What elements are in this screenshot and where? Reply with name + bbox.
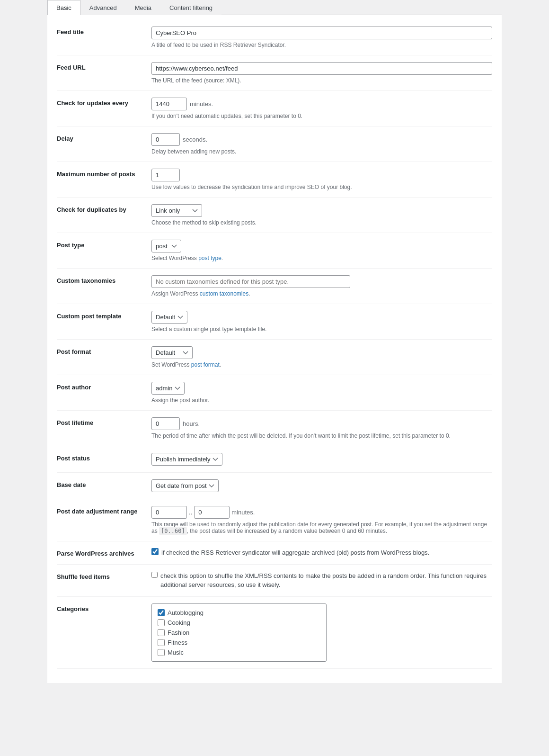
category-music-label[interactable]: Music bbox=[168, 649, 184, 656]
feed-title-input[interactable] bbox=[151, 27, 492, 39]
shuffle-feed-checkbox[interactable] bbox=[151, 571, 158, 578]
custom-post-template-control: Default Select a custom single post type… bbox=[151, 311, 492, 333]
custom-post-template-select[interactable]: Default bbox=[151, 311, 187, 324]
check-duplicates-row: Check for duplicates by Link only Title … bbox=[57, 198, 492, 233]
tab-media[interactable]: Media bbox=[126, 0, 160, 15]
post-format-select[interactable]: Default Standard Aside Gallery Link Imag… bbox=[151, 346, 193, 359]
check-updates-input[interactable] bbox=[151, 98, 187, 110]
post-status-row: Post status Publish immediately Draft Pe… bbox=[57, 446, 492, 473]
delay-unit: seconds. bbox=[183, 136, 207, 143]
post-author-description: Assign the post author. bbox=[151, 397, 492, 404]
post-status-select[interactable]: Publish immediately Draft Pending review… bbox=[151, 453, 222, 466]
category-cooking: Cooking bbox=[158, 618, 320, 628]
post-format-description: Set WordPress post format. bbox=[151, 361, 492, 368]
custom-post-template-description: Select a custom single post type templat… bbox=[151, 326, 492, 333]
post-lifetime-label: Post lifetime bbox=[57, 417, 151, 426]
settings-page: Basic Advanced Media Content filtering F… bbox=[47, 0, 502, 683]
post-lifetime-unit: hours. bbox=[183, 420, 200, 427]
check-updates-unit: minutes. bbox=[190, 100, 213, 108]
feed-url-label: Feed URL bbox=[57, 62, 151, 71]
category-cooking-checkbox[interactable] bbox=[158, 619, 165, 626]
max-posts-label: Maximum number of posts bbox=[57, 169, 151, 178]
feed-title-description: A title of feed to be used in RSS Retrie… bbox=[151, 42, 492, 48]
feed-url-description: The URL of the feed (source: XML). bbox=[151, 77, 492, 84]
post-format-row: Post format Default Standard Aside Galle… bbox=[57, 340, 492, 375]
max-posts-row: Maximum number of posts Use low values t… bbox=[57, 162, 492, 198]
post-lifetime-input[interactable] bbox=[151, 417, 180, 430]
category-autoblogging-checkbox[interactable] bbox=[158, 609, 165, 616]
tab-advanced[interactable]: Advanced bbox=[80, 0, 126, 15]
post-date-range-unit: minutes. bbox=[231, 509, 255, 516]
feed-url-input[interactable] bbox=[151, 62, 492, 75]
category-music-checkbox[interactable] bbox=[158, 649, 165, 656]
max-posts-input[interactable] bbox=[151, 169, 180, 181]
post-date-range-code: [0..60] bbox=[159, 527, 187, 535]
check-duplicates-control: Link only Title only Link and title Disa… bbox=[151, 204, 492, 226]
post-author-row: Post author admin Assign the post author… bbox=[57, 375, 492, 411]
shuffle-feed-row: Shuffle feed items check this option to … bbox=[57, 565, 492, 597]
custom-post-template-row: Custom post template Default Select a cu… bbox=[57, 304, 492, 340]
base-date-select[interactable]: Get date from post Current date bbox=[151, 479, 219, 492]
category-fitness-label[interactable]: Fitness bbox=[168, 639, 187, 646]
post-type-description: Select WordPress post type. bbox=[151, 255, 492, 261]
max-posts-control: Use low values to decrease the syndicati… bbox=[151, 169, 492, 190]
post-date-range-to-input[interactable] bbox=[194, 506, 230, 519]
category-fitness-checkbox[interactable] bbox=[158, 639, 165, 646]
feed-title-row: Feed title A title of feed to be used in… bbox=[57, 20, 492, 55]
category-autoblogging: Autoblogging bbox=[158, 608, 320, 618]
delay-control: seconds. Delay between adding new posts. bbox=[151, 133, 492, 155]
max-posts-description: Use low values to decrease the syndicati… bbox=[151, 184, 492, 190]
check-updates-label: Check for updates every bbox=[57, 98, 151, 107]
check-duplicates-select[interactable]: Link only Title only Link and title Disa… bbox=[151, 204, 202, 217]
custom-taxonomies-input[interactable] bbox=[151, 275, 350, 288]
post-type-link[interactable]: post type bbox=[198, 255, 221, 261]
post-format-link[interactable]: post format bbox=[191, 361, 220, 368]
category-fashion-checkbox[interactable] bbox=[158, 629, 165, 636]
post-type-control: post page Select WordPress post type. bbox=[151, 240, 492, 261]
parse-archives-label: Parse WordPress archives bbox=[57, 548, 151, 557]
base-date-row: Base date Get date from post Current dat… bbox=[57, 473, 492, 499]
post-status-control: Publish immediately Draft Pending review… bbox=[151, 453, 492, 466]
delay-description: Delay between adding new posts. bbox=[151, 148, 492, 155]
base-date-label: Base date bbox=[57, 479, 151, 488]
custom-taxonomies-label: Custom taxonomies bbox=[57, 275, 151, 284]
base-date-control: Get date from post Current date bbox=[151, 479, 492, 492]
categories-label: Categories bbox=[57, 603, 151, 612]
check-updates-control: minutes. If you don't need automatic upd… bbox=[151, 98, 492, 119]
custom-taxonomies-desc-prefix: Assign WordPress bbox=[151, 290, 200, 297]
post-type-label: Post type bbox=[57, 240, 151, 249]
check-duplicates-description: Choose the method to skip existing posts… bbox=[151, 219, 492, 226]
post-type-select[interactable]: post page bbox=[151, 240, 181, 252]
categories-row: Categories Autoblogging Cooking Fashion bbox=[57, 597, 492, 669]
check-updates-description: If you don't need automatic updates, set… bbox=[151, 113, 492, 119]
post-author-label: Post author bbox=[57, 382, 151, 391]
post-author-select[interactable]: admin bbox=[151, 382, 185, 395]
custom-taxonomies-link[interactable]: custom taxonomies bbox=[200, 290, 248, 297]
category-cooking-label[interactable]: Cooking bbox=[168, 619, 190, 626]
categories-control: Autoblogging Cooking Fashion Fitness bbox=[151, 603, 492, 662]
post-lifetime-row: Post lifetime hours. The period of time … bbox=[57, 411, 492, 446]
parse-archives-checkbox[interactable] bbox=[151, 548, 159, 555]
feed-title-label: Feed title bbox=[57, 27, 151, 36]
delay-label: Delay bbox=[57, 133, 151, 142]
feed-url-control: The URL of the feed (source: XML). bbox=[151, 62, 492, 84]
post-date-range-from-input[interactable] bbox=[151, 506, 187, 519]
post-lifetime-description: The period of time after which the post … bbox=[151, 432, 492, 439]
delay-input[interactable] bbox=[151, 133, 180, 146]
category-music: Music bbox=[158, 648, 320, 657]
check-duplicates-label: Check for duplicates by bbox=[57, 204, 151, 213]
tab-basic[interactable]: Basic bbox=[47, 0, 80, 15]
tab-bar: Basic Advanced Media Content filtering bbox=[47, 0, 502, 15]
category-fitness: Fitness bbox=[158, 638, 320, 648]
post-format-control: Default Standard Aside Gallery Link Imag… bbox=[151, 346, 492, 368]
check-updates-row: Check for updates every minutes. If you … bbox=[57, 91, 492, 126]
post-format-desc-suffix: . bbox=[220, 361, 221, 368]
custom-taxonomies-row: Custom taxonomies Assign WordPress custo… bbox=[57, 269, 492, 304]
category-fashion-label[interactable]: Fashion bbox=[168, 629, 189, 636]
feed-url-row: Feed URL The URL of the feed (source: XM… bbox=[57, 55, 492, 91]
post-type-row: Post type post page Select WordPress pos… bbox=[57, 233, 492, 269]
category-autoblogging-label[interactable]: Autoblogging bbox=[168, 609, 204, 616]
parse-archives-description: if checked the RSS Retriever syndicator … bbox=[161, 548, 429, 558]
tab-content-filtering[interactable]: Content filtering bbox=[160, 0, 221, 15]
parse-archives-control: if checked the RSS Retriever syndicator … bbox=[151, 548, 492, 558]
